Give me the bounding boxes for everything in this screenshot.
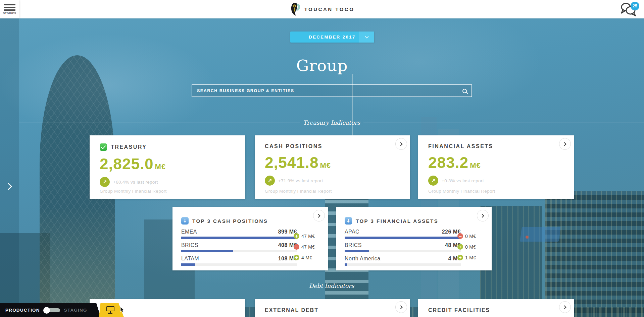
search-input[interactable] [192,85,462,97]
plus-icon: + [457,255,463,260]
period-selector[interactable]: DECEMBER 2017 [290,31,374,43]
chevron-right-icon [480,214,484,217]
chevron-right-icon [562,142,566,146]
ranking-row: BRICS48 M€ [345,242,461,252]
toggle-knob[interactable] [43,307,50,314]
trend-row: ↗ +60.4% vs last report [100,177,235,187]
delta-badge: + 0 M€ [457,244,476,250]
chevron-right-icon [562,305,566,309]
bar-fill [181,250,233,252]
card-title: TOP 3 FINANCIAL ASSETS [356,218,438,224]
bar-track [345,237,461,239]
section-label: Debt Indicators [309,282,354,289]
plus-icon: + [457,244,463,250]
notification-count-badge: 25 [631,2,639,10]
bar-track [181,263,297,266]
top3-financial-assets-card: ↓ TOP 3 FINANCIAL ASSETS APAC226 M€ BRIC… [336,207,492,270]
kpi-value: 2,825.0M€ [100,155,235,173]
card-title: FINANCIAL ASSETS [428,143,493,149]
card-title: TREASURY [111,144,147,150]
card-title: EXTERNAL DEBT [265,307,318,313]
trend-row: ↗ +0.3% vs last report [428,176,564,186]
down-arrow-icon: ↓ [345,217,352,225]
search-icon[interactable] [462,89,467,93]
notifications-button[interactable]: 25 [620,2,639,17]
chevron-right-icon [399,305,402,309]
trend-text: +60.4% vs last report [113,180,158,185]
section-label: Treasury Indicators [303,119,360,126]
building-light [526,236,529,239]
delta-badge: − 0 M€ [457,233,476,239]
bar-track [181,250,297,252]
bar-track [345,250,461,252]
trend-text: +0.3% vs last report [442,178,484,183]
brand-logo[interactable]: TOUCAN TOCO [0,0,644,18]
card-title: CASH POSITIONS [265,143,323,149]
toucan-icon [290,2,301,17]
top-bar: STORIES TOUCAN TOCO 25 [0,0,644,18]
section-divider: Debt Indicators [19,282,644,290]
card-open-button[interactable] [395,138,407,150]
card-title: TOP 3 CASH POSITIONS [192,218,268,224]
minus-icon: − [294,244,299,250]
card-open-button[interactable] [559,138,571,150]
bar-fill [345,263,347,266]
top3-cash-positions-card: ↓ TOP 3 CASH POSITIONS EMEA899 M€ BRICS4… [172,207,328,270]
chevron-right-icon [316,214,320,217]
environment-bar: PRODUCTION STAGING [0,303,101,317]
bar-fill [181,263,195,266]
dashboard-page: STORIES TOUCAN TOCO 25 DECEMBER 2017 [0,0,644,317]
card-open-button[interactable] [313,210,325,221]
card-open-button[interactable] [477,210,489,221]
trend-row: ↗ +71.9% vs last report [265,176,400,186]
arrow-up-right-icon: ↗ [100,177,110,187]
delta-badge: + 1 M€ [457,255,476,260]
env-toggle-switch[interactable] [44,308,60,312]
sidebar-expand-chevron-right-icon[interactable] [5,183,12,190]
card-title: CREDIT FACILITIES [428,307,490,313]
building-shape [545,191,644,317]
card-open-button[interactable] [395,301,407,313]
bar-track [345,263,461,266]
kpi-card-treasury: TREASURY 2,825.0M€ ↗ +60.4% vs last repo… [90,135,245,199]
building-banner [520,227,561,242]
card-open-button[interactable] [559,301,571,313]
brand-name: TOUCAN TOCO [304,6,355,12]
ranking-row: EMEA899 M€ [181,229,297,239]
ranking-row: LATAM108 M€ [181,256,297,266]
arrow-up-right-icon: ↗ [428,176,438,186]
arrow-up-right-icon: ↗ [265,176,275,186]
staging-label: STAGING [64,308,87,313]
delta-badge: + 4 M€ [294,255,312,260]
ranking-row: North America4 M€ [345,256,461,266]
kpi-card-cash-positions: CASH POSITIONS 2,541.8M€ ↗ +71.9% vs las… [255,135,410,199]
debt-card-credit-facilities: CREDIT FACILITIES [418,299,574,317]
card-footer: Group Monthly Financial Report [265,189,332,194]
plus-icon: + [294,255,299,260]
period-label: DECEMBER 2017 [309,35,355,40]
down-arrow-icon: ↓ [181,217,189,225]
delta-badge: − 47 M€ [294,244,315,250]
plus-icon: + [294,233,299,239]
bar-fill [181,237,297,239]
chevron-down-icon [365,35,368,38]
kpi-value: 2,541.8M€ [265,153,400,172]
delta-badge: + 47 M€ [294,233,315,239]
kpi-card-financial-assets: FINANCIAL ASSETS 283.2M€ ↗ +0.3% vs last… [418,135,574,199]
bar-fill [345,250,369,252]
bar-track [181,237,297,239]
monitor-icon [106,306,114,311]
production-label: PRODUCTION [5,308,40,313]
ranking-row: BRICS408 M€ [181,242,297,252]
section-divider: Treasury Indicators [19,119,644,126]
mouse-cursor-icon [120,307,125,313]
kpi-value: 283.2M€ [428,153,564,172]
search-bar [192,84,472,97]
page-title: Group [0,56,644,75]
minus-icon: − [457,233,463,239]
check-badge-icon [100,143,107,151]
card-footer: Group Monthly Financial Report [428,189,495,194]
bar-fill [345,237,461,239]
debt-card-external-debt: EXTERNAL DEBT [255,299,410,317]
card-footer: Group Monthly Financial Report [100,189,167,194]
